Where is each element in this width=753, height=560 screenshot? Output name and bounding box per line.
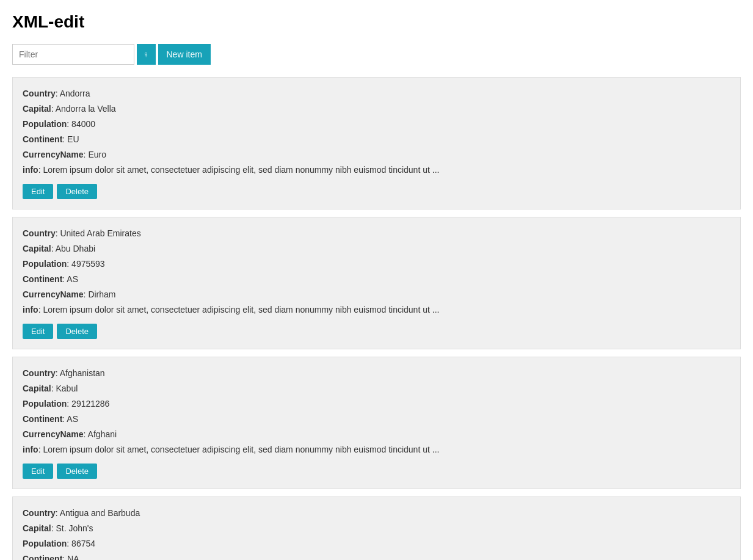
field-currencyname: CurrencyName: Afghani [23, 428, 730, 441]
field-label: Population [23, 259, 67, 269]
item-card: Country: Antigua and BarbudaCapital: St.… [12, 496, 741, 560]
field-continent: Continent: AS [23, 273, 730, 286]
field-label: Population [23, 119, 67, 129]
field-label: CurrencyName [23, 429, 84, 439]
field-capital: Capital: Andorra la Vella [23, 103, 730, 115]
field-label: Continent [23, 134, 62, 144]
field-population: Population: 4975593 [23, 258, 730, 271]
field-currencyname: CurrencyName: Dirham [23, 288, 730, 301]
card-actions: EditDelete [23, 184, 730, 199]
field-capital: Capital: Abu Dhabi [23, 242, 730, 255]
field-population: Population: 84000 [23, 118, 730, 131]
field-label: Continent [23, 274, 62, 284]
delete-button[interactable]: Delete [57, 464, 97, 479]
field-country: Country: Andorra [23, 87, 730, 100]
field-country: Country: United Arab Emirates [23, 227, 730, 240]
field-label: Country [23, 89, 56, 98]
field-population: Population: 29121286 [23, 398, 730, 410]
toolbar: ♀ New item [12, 44, 741, 65]
field-label: Country [23, 508, 56, 518]
field-label: CurrencyName [23, 150, 84, 159]
item-card: Country: United Arab EmiratesCapital: Ab… [12, 217, 741, 349]
field-country: Country: Afghanistan [23, 367, 730, 380]
field-label: Population [23, 399, 67, 409]
field-label: info [23, 445, 38, 454]
items-list: Country: AndorraCapital: Andorra la Vell… [12, 77, 741, 560]
field-label: Country [23, 228, 56, 238]
item-card: Country: AndorraCapital: Andorra la Vell… [12, 77, 741, 209]
filter-icon: ♀ [143, 49, 150, 59]
field-info: info: Lorem ipsum dolor sit amet, consec… [23, 304, 730, 316]
field-population: Population: 86754 [23, 537, 730, 550]
filter-input[interactable] [12, 44, 134, 65]
field-label: Continent [23, 554, 62, 560]
field-continent: Continent: NA [23, 553, 730, 560]
field-info: info: Lorem ipsum dolor sit amet, consec… [23, 164, 730, 176]
field-label: info [23, 165, 38, 175]
field-country: Country: Antigua and Barbuda [23, 507, 730, 520]
edit-button[interactable]: Edit [23, 464, 53, 479]
page-title: XML-edit [12, 12, 741, 32]
card-actions: EditDelete [23, 324, 730, 339]
field-label: Capital [23, 244, 51, 253]
field-currencyname: CurrencyName: Euro [23, 148, 730, 161]
delete-button[interactable]: Delete [57, 184, 97, 199]
item-card: Country: AfghanistanCapital: KabulPopula… [12, 357, 741, 489]
field-info: info: Lorem ipsum dolor sit amet, consec… [23, 443, 730, 456]
delete-button[interactable]: Delete [57, 324, 97, 339]
new-item-button[interactable]: New item [158, 44, 211, 65]
field-label: Capital [23, 523, 51, 533]
field-label: Population [23, 539, 67, 548]
field-continent: Continent: EU [23, 133, 730, 146]
field-capital: Capital: St. John's [23, 522, 730, 535]
edit-button[interactable]: Edit [23, 324, 53, 339]
field-label: CurrencyName [23, 289, 84, 299]
filter-button[interactable]: ♀ [137, 44, 156, 65]
field-capital: Capital: Kabul [23, 382, 730, 395]
edit-button[interactable]: Edit [23, 184, 53, 199]
field-label: Capital [23, 384, 51, 393]
field-label: info [23, 305, 38, 315]
field-label: Country [23, 368, 56, 378]
field-label: Capital [23, 104, 51, 114]
field-label: Continent [23, 414, 62, 424]
field-continent: Continent: AS [23, 413, 730, 426]
card-actions: EditDelete [23, 464, 730, 479]
